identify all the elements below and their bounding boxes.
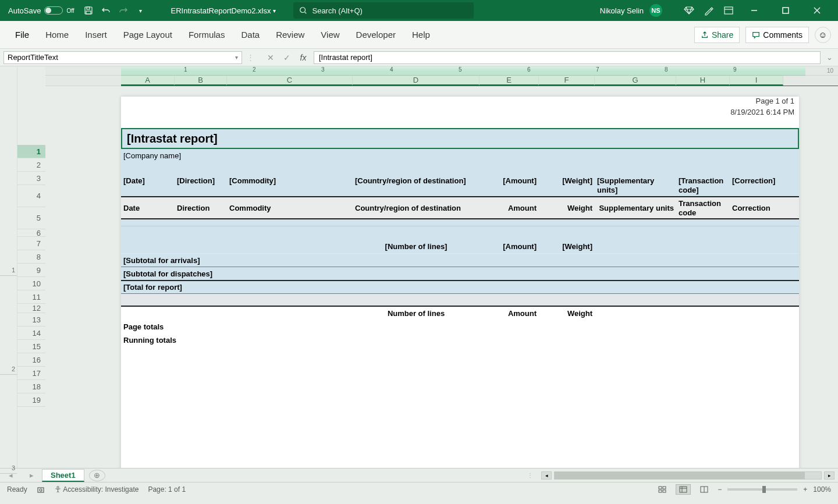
cancel-formula-icon[interactable]: ✕ bbox=[264, 51, 278, 64]
add-sheet-button[interactable]: ⊕ bbox=[89, 470, 105, 481]
running-totals-row[interactable]: Running totals bbox=[121, 333, 799, 347]
col-head-a[interactable]: A bbox=[121, 76, 175, 86]
zoom-in-icon[interactable]: + bbox=[803, 485, 807, 494]
page-layout-view-icon[interactable] bbox=[676, 484, 691, 495]
horizontal-scrollbar[interactable]: ⋮ ◂ ▸ bbox=[105, 471, 838, 480]
drag-handle-icon[interactable]: ⋮ bbox=[527, 472, 533, 478]
row-head-4[interactable]: 4 bbox=[17, 185, 45, 207]
row-head-18[interactable]: 18 bbox=[17, 380, 45, 393]
search-box[interactable]: Search (Alt+Q) bbox=[293, 2, 474, 19]
user-avatar[interactable]: NS bbox=[649, 4, 662, 17]
pen-icon[interactable] bbox=[702, 3, 716, 17]
sheet-tab-1[interactable]: Sheet1 bbox=[42, 469, 84, 482]
row-head-3[interactable]: 3 bbox=[17, 172, 45, 185]
diamond-icon[interactable] bbox=[682, 3, 696, 17]
row-head-17[interactable]: 17 bbox=[17, 367, 45, 380]
row-head-19[interactable]: 19 bbox=[17, 393, 45, 407]
col-head-i[interactable]: I bbox=[730, 76, 783, 86]
row-head-12[interactable]: 12 bbox=[17, 304, 45, 313]
zoom-out-icon[interactable]: − bbox=[718, 485, 722, 494]
row-head-7[interactable]: 7 bbox=[17, 237, 45, 250]
comments-button[interactable]: Comments bbox=[745, 27, 809, 43]
tab-developer[interactable]: Developer bbox=[348, 26, 404, 43]
sheet-area[interactable]: Page 1 of 1 8/19/2021 6:14 PM [Intrastat… bbox=[45, 86, 838, 468]
ribbon-display-icon[interactable] bbox=[722, 3, 736, 17]
row-head-6[interactable]: 6 bbox=[17, 229, 45, 237]
row-head-1[interactable]: 1 bbox=[17, 145, 45, 158]
tab-formulas[interactable]: Formulas bbox=[180, 26, 233, 43]
col-head-e[interactable]: E bbox=[480, 76, 539, 86]
col-head-b[interactable]: B bbox=[175, 76, 227, 86]
row-head-2[interactable]: 2 bbox=[17, 158, 45, 172]
undo-icon[interactable] bbox=[99, 3, 113, 17]
prev-sheet-icon[interactable]: ◂ bbox=[9, 471, 13, 480]
placeholder-header-row[interactable]: [Date] [Direction] [Commodity] [Country/… bbox=[121, 175, 799, 197]
quick-access-toolbar: ▾ bbox=[81, 3, 148, 17]
feedback-button[interactable]: ☺ bbox=[815, 27, 831, 43]
formula-bar: ReportTitleText ▾ ⋮ ✕ ✓ fx [Intrastat re… bbox=[0, 49, 838, 66]
minimize-button[interactable] bbox=[741, 2, 767, 19]
scroll-track[interactable] bbox=[554, 471, 822, 480]
col-head-f[interactable]: F bbox=[539, 76, 595, 86]
row-head-15[interactable]: 15 bbox=[17, 340, 45, 353]
scroll-thumb[interactable] bbox=[555, 472, 805, 479]
filename-display[interactable]: ERIntrastatReportDemo2.xlsx ▾ bbox=[171, 6, 276, 15]
company-row[interactable]: [Company name] bbox=[121, 149, 799, 162]
fx-icon[interactable]: fx bbox=[296, 51, 310, 64]
blank-row[interactable] bbox=[121, 162, 799, 175]
header-row[interactable]: Date Direction Commodity Country/region … bbox=[121, 197, 799, 219]
user-name[interactable]: Nikolay Selin bbox=[600, 6, 644, 15]
page-break-view-icon[interactable] bbox=[697, 484, 712, 495]
autosave-toggle[interactable]: AutoSave Off bbox=[3, 6, 79, 15]
tab-insert[interactable]: Insert bbox=[77, 26, 115, 43]
zoom-slider[interactable] bbox=[727, 488, 797, 491]
row-head-13[interactable]: 13 bbox=[17, 313, 45, 326]
tab-review[interactable]: Review bbox=[268, 26, 313, 43]
line-totals-row[interactable]: [Number of lines] [Amount] [Weight] bbox=[121, 240, 799, 253]
footer-header-row[interactable]: Number of lines Amount Weight bbox=[121, 307, 799, 320]
normal-view-icon[interactable] bbox=[655, 484, 670, 495]
qat-dropdown-icon[interactable]: ▾ bbox=[134, 3, 148, 17]
maximize-button[interactable] bbox=[773, 2, 798, 19]
file-tab[interactable]: File bbox=[7, 26, 37, 43]
col-head-c[interactable]: C bbox=[227, 76, 353, 86]
formula-input[interactable]: [Intrastat report] bbox=[314, 51, 821, 64]
tab-view[interactable]: View bbox=[313, 26, 347, 43]
subtotal-arrivals-row[interactable]: [Subtotal for arrivals] bbox=[121, 253, 799, 267]
subtotal-dispatches-row[interactable]: [Subtotal for dispatches] bbox=[121, 267, 799, 280]
scroll-left-icon[interactable]: ◂ bbox=[541, 471, 552, 480]
redo-icon[interactable] bbox=[116, 3, 130, 17]
tab-data[interactable]: Data bbox=[233, 26, 268, 43]
scroll-right-icon[interactable]: ▸ bbox=[824, 471, 835, 480]
tab-help[interactable]: Help bbox=[404, 26, 438, 43]
row-head-5[interactable]: 5 bbox=[17, 207, 45, 229]
zoom-level[interactable]: 100% bbox=[813, 485, 831, 494]
save-icon[interactable] bbox=[81, 3, 95, 17]
close-button[interactable] bbox=[804, 2, 830, 19]
col-head-g[interactable]: G bbox=[595, 76, 676, 86]
col-head-d[interactable]: D bbox=[353, 76, 480, 86]
next-sheet-icon[interactable]: ▸ bbox=[30, 471, 34, 480]
gap-row[interactable] bbox=[121, 294, 799, 306]
name-box[interactable]: ReportTitleText ▾ bbox=[3, 51, 242, 64]
sheet-tabs-bar: ◂ ▸ Sheet1 ⊕ ⋮ ◂ ▸ bbox=[0, 468, 838, 482]
expand-formula-icon[interactable]: ⌄ bbox=[824, 53, 835, 62]
row-head-8[interactable]: 8 bbox=[17, 250, 45, 264]
accessibility-status[interactable]: Accessibility: Investigate bbox=[54, 485, 139, 494]
share-button[interactable]: Share bbox=[694, 27, 740, 43]
row-head-9[interactable]: 9 bbox=[17, 264, 45, 277]
row-head-10[interactable]: 10 bbox=[17, 277, 45, 290]
col-head-h[interactable]: H bbox=[676, 76, 730, 86]
band-row[interactable] bbox=[121, 219, 799, 226]
row-head-16[interactable]: 16 bbox=[17, 353, 45, 367]
row-head-14[interactable]: 14 bbox=[17, 326, 45, 340]
page-totals-row[interactable]: Page totals bbox=[121, 320, 799, 333]
report-title-cell[interactable]: [Intrastat report] bbox=[121, 128, 799, 149]
total-row[interactable]: [Total for report] bbox=[121, 280, 799, 294]
tab-page-layout[interactable]: Page Layout bbox=[115, 26, 180, 43]
tab-home[interactable]: Home bbox=[37, 26, 77, 43]
row-head-11[interactable]: 11 bbox=[17, 290, 45, 304]
blank-row[interactable] bbox=[121, 226, 799, 240]
macro-record-icon[interactable] bbox=[37, 485, 45, 494]
enter-formula-icon[interactable]: ✓ bbox=[280, 51, 294, 64]
